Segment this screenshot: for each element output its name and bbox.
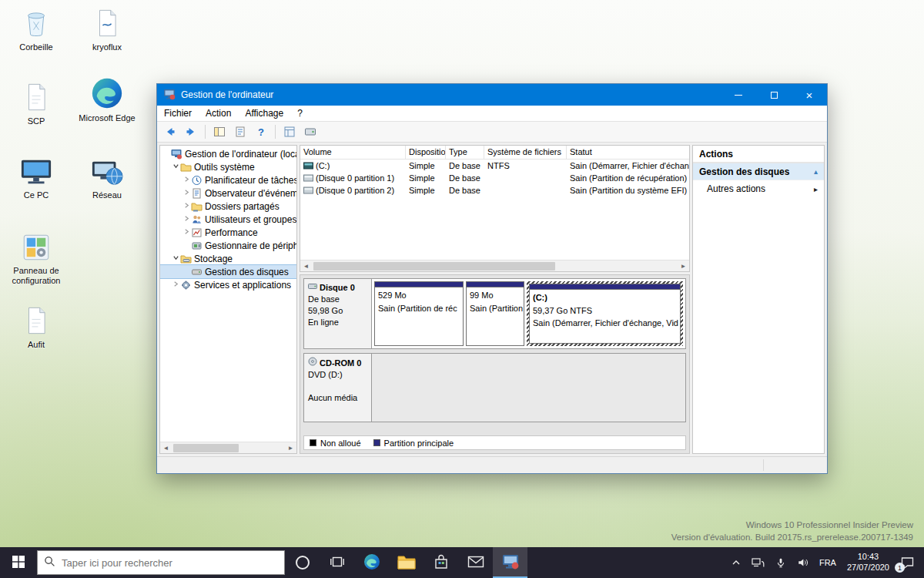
tree-item-services-applications[interactable]: Services et applications — [160, 278, 296, 291]
tree-item-utilisateurs-groupes[interactable]: Utilisateurs et groupes l — [160, 213, 296, 226]
show-console-tree-button[interactable] — [210, 123, 229, 140]
taskbar-search[interactable] — [37, 550, 285, 575]
task-view-button[interactable] — [320, 547, 354, 578]
disk0-header[interactable]: Disque 0 De base 59,98 Go En ligne — [304, 279, 372, 348]
desktop-icon-reseau[interactable]: Réseau — [79, 153, 136, 200]
volume-row-c[interactable]: (C:) Simple De base NTFS Sain (Démarrer,… — [300, 160, 689, 172]
search-icon — [44, 556, 55, 570]
collapse-caret-icon[interactable]: ▴ — [814, 167, 818, 176]
chevron-down-icon[interactable] — [172, 254, 180, 263]
taskbar-mail-button[interactable] — [458, 547, 493, 578]
view-list-button[interactable] — [280, 123, 299, 140]
volume-type: De base — [446, 161, 484, 170]
column-header-volume[interactable]: Volume — [300, 146, 406, 159]
tree-item-label: Gestion des disques — [205, 267, 289, 277]
forward-button[interactable] — [182, 123, 200, 140]
tree-item-performance[interactable]: Performance — [160, 226, 296, 239]
action-gestion-des-disques[interactable]: Gestion des disques ▴ — [693, 163, 824, 180]
properties-button[interactable] — [231, 123, 249, 140]
disk-view-button[interactable] — [301, 123, 320, 140]
action-label: Gestion des disques — [699, 166, 789, 177]
scroll-left-arrow[interactable]: ◄ — [300, 260, 312, 272]
volume-list-horizontal-scrollbar[interactable]: ◄ ► — [300, 260, 689, 271]
network-tray-icon[interactable] — [746, 547, 770, 578]
tree-item-dossiers-partages[interactable]: Dossiers partagés — [160, 200, 296, 213]
column-header-disposition[interactable]: Disposition — [406, 146, 446, 159]
language-indicator[interactable]: FRA — [814, 547, 842, 578]
menu-help[interactable]: ? — [290, 108, 310, 119]
chevron-right-icon[interactable] — [182, 202, 191, 210]
column-header-filesystem[interactable]: Système de fichiers — [484, 146, 567, 159]
primary-partition-color-swatch — [373, 439, 380, 446]
tree-item-observateur[interactable]: Observateur d'événeme — [160, 187, 296, 200]
tree-item-outils-systeme[interactable]: Outils système — [160, 160, 296, 173]
tree-item-stockage[interactable]: Stockage — [160, 252, 296, 265]
chevron-right-icon[interactable] — [182, 228, 191, 237]
cortana-button[interactable] — [285, 547, 320, 578]
taskbar-edge-button[interactable] — [354, 547, 389, 578]
computer-management-icon — [501, 553, 520, 573]
scroll-right-arrow[interactable]: ► — [678, 260, 689, 272]
cdrom-header[interactable]: CD-ROM 0 DVD (D:) Aucun média — [304, 354, 372, 422]
clock[interactable]: 10:43 27/07/2020 — [842, 547, 895, 578]
partition-recovery[interactable]: 529 Mo Sain (Partition de réc — [374, 281, 464, 346]
column-header-status[interactable]: Statut — [567, 146, 689, 159]
column-header-type[interactable]: Type — [446, 146, 484, 159]
start-button[interactable] — [0, 547, 37, 578]
volume-tray-icon[interactable] — [792, 547, 814, 578]
scrollbar-thumb[interactable] — [173, 444, 239, 452]
desktop-icon-kryoflux[interactable]: kryoflux — [79, 5, 136, 52]
partition-efi[interactable]: 99 Mo Sain (Partition — [466, 281, 524, 346]
scroll-right-arrow[interactable]: ► — [285, 442, 296, 454]
microphone-tray-icon[interactable] — [770, 547, 792, 578]
scrollbar-thumb[interactable] — [313, 262, 555, 271]
cdrom-media-area[interactable] — [372, 354, 685, 422]
disk-management-pane: Volume Disposition Type Système de fichi… — [300, 145, 690, 454]
taskbar-computer-management-button[interactable] — [493, 547, 527, 578]
chevron-right-icon[interactable] — [182, 189, 191, 197]
tree-item-gestion-des-disques[interactable]: Gestion des disques — [160, 265, 296, 278]
chevron-down-icon[interactable] — [172, 163, 180, 171]
tree-item-gestionnaire-peripheriques[interactable]: Gestionnaire de périphé — [160, 239, 296, 252]
search-input[interactable] — [62, 557, 278, 569]
tree-item-root[interactable]: Gestion de l'ordinateur (local) — [160, 147, 296, 160]
menu-fichier[interactable]: Fichier — [157, 108, 199, 119]
desktop-icon-panneau-configuration[interactable]: Panneau de configuration — [8, 228, 65, 286]
desktop-icon-corbeille[interactable]: Corbeille — [8, 5, 65, 52]
volume-row-partition1[interactable]: (Disque 0 partition 1) Simple De base Sa… — [300, 172, 689, 184]
taskbar-explorer-button[interactable] — [389, 547, 424, 578]
minimize-button[interactable] — [721, 84, 756, 106]
desktop-icon-label: Corbeille — [8, 42, 65, 52]
desktop-icon-scp[interactable]: SCP — [8, 79, 65, 126]
back-button[interactable] — [161, 123, 179, 140]
close-button[interactable]: × — [792, 84, 827, 106]
action-center-button[interactable]: 1 — [895, 547, 924, 578]
menu-affichage[interactable]: Affichage — [238, 108, 290, 119]
toolbar-separator — [205, 125, 206, 139]
desktop-icon-edge[interactable]: Microsoft Edge — [79, 76, 136, 123]
scroll-left-arrow[interactable]: ◄ — [160, 442, 172, 454]
menu-action[interactable]: Action — [199, 108, 238, 119]
this-pc-icon — [8, 153, 65, 188]
partition-status: Sain (Partition — [470, 302, 521, 315]
chevron-right-icon[interactable] — [172, 281, 180, 289]
watermark-line2: Version d'évaluation. Build 20175.rs_pre… — [671, 531, 913, 544]
titlebar[interactable]: Gestion de l'ordinateur × — [157, 84, 827, 106]
desktop-icon-ce-pc[interactable]: Ce PC — [8, 153, 65, 200]
partition-color-strip — [530, 284, 680, 290]
desktop-icon-label: kryoflux — [79, 42, 136, 52]
document-icon — [8, 79, 65, 114]
maximize-button[interactable] — [756, 84, 792, 106]
tree-item-planificateur[interactable]: Planificateur de tâches — [160, 173, 296, 187]
chevron-right-icon[interactable] — [182, 215, 191, 223]
volume-row-partition2[interactable]: (Disque 0 partition 2) Simple De base Sa… — [300, 184, 689, 197]
partition-c[interactable]: (C:) 59,37 Go NTFS Sain (Démarrer, Fichi… — [529, 284, 681, 344]
volume-status: Sain (Partition de récupération) — [567, 173, 689, 183]
desktop-icon-aufit[interactable]: Aufit — [8, 302, 65, 350]
show-hidden-icons-button[interactable] — [726, 547, 746, 578]
chevron-right-icon[interactable] — [182, 176, 191, 184]
help-button[interactable]: ? — [252, 123, 270, 140]
taskbar-store-button[interactable] — [424, 547, 458, 578]
tree-horizontal-scrollbar[interactable]: ◄ ► — [160, 442, 296, 453]
action-autres-actions[interactable]: Autres actions ▸ — [693, 180, 824, 197]
